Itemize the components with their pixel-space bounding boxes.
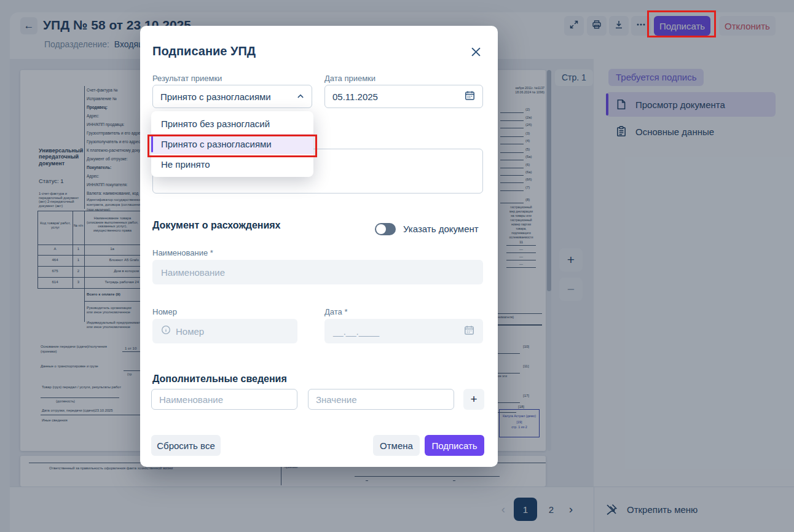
doc-number-label: Номер — [152, 307, 177, 316]
calendar-icon-gray — [464, 325, 474, 338]
app-root: ← УПД № 58 от 23.10.2025 Подразделение: … — [0, 0, 794, 532]
specify-document-label: Указать документ — [403, 224, 479, 234]
calendar-icon — [465, 90, 475, 103]
result-dropdown-menu: Принято без разногласийПринято с разногл… — [151, 111, 313, 177]
chevron-up-icon — [297, 92, 304, 102]
cancel-button[interactable]: Отмена — [373, 435, 420, 456]
acceptance-date-field[interactable]: 05.11.2025 — [324, 85, 483, 108]
extra-name-input[interactable] — [151, 389, 297, 410]
extra-value-input[interactable] — [308, 389, 454, 410]
result-label: Результат приемки — [152, 74, 222, 83]
modal-sign-button[interactable]: Подписать — [425, 435, 484, 456]
doc-name-label: Наименование * — [152, 248, 213, 257]
acceptance-date-value: 05.11.2025 — [332, 92, 465, 102]
doc-number-input: Номер — [152, 319, 297, 343]
dropdown-option[interactable]: Не принято — [151, 154, 313, 174]
extra-info-heading: Дополнительные сведения — [152, 374, 287, 385]
modal-close-button[interactable] — [468, 45, 483, 60]
sign-modal: Подписание УПД Результат приемки Принято… — [140, 26, 498, 467]
doc-date-placeholder: __.__.____ — [333, 326, 464, 337]
acceptance-date-label: Дата приемки — [324, 74, 375, 83]
result-select[interactable]: Принято с разногласиями — [152, 85, 312, 108]
reset-all-button[interactable]: Сбросить все — [151, 435, 221, 456]
add-row-button[interactable]: + — [463, 389, 484, 410]
doc-name-placeholder: Наименование — [161, 267, 225, 278]
doc-date-label: Дата * — [324, 307, 347, 316]
discrepancy-heading: Документ о расхождениях — [152, 220, 281, 231]
info-icon — [161, 325, 171, 337]
doc-name-input: Наименование — [152, 260, 483, 284]
result-value: Принято с разногласиями — [160, 92, 297, 102]
doc-number-placeholder: Номер — [176, 326, 204, 337]
toggle-knob — [376, 224, 386, 234]
close-icon — [471, 47, 481, 59]
dropdown-option[interactable]: Принято с разногласиями — [151, 134, 313, 154]
modal-title: Подписание УПД — [152, 44, 256, 58]
doc-date-input: __.__.____ — [324, 319, 483, 343]
dropdown-option[interactable]: Принято без разногласий — [151, 114, 313, 134]
specify-document-toggle[interactable] — [375, 223, 396, 235]
